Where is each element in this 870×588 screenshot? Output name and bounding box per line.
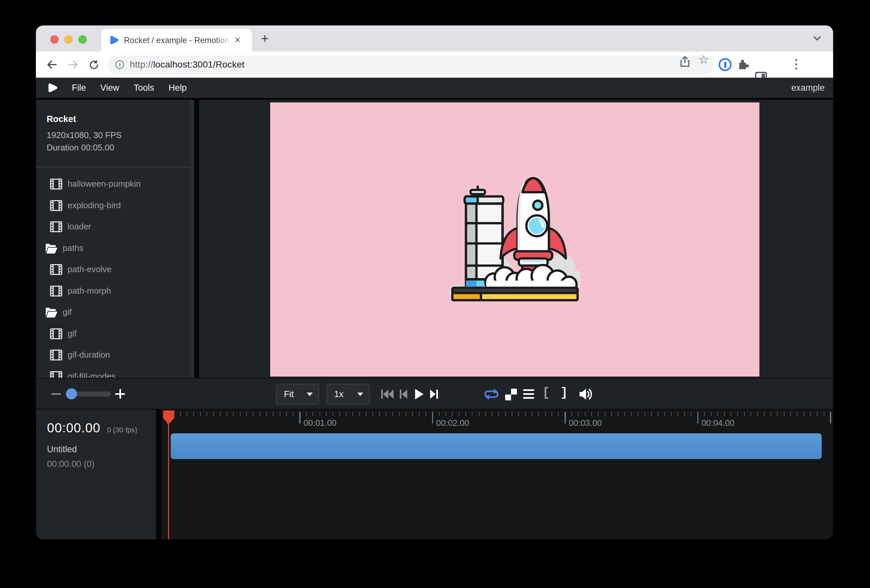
film-strip-icon bbox=[50, 328, 62, 339]
list-item-label: gif bbox=[63, 307, 72, 317]
track-time: 00:00.00 (0) bbox=[47, 459, 156, 469]
previous-frame-icon[interactable] bbox=[399, 388, 408, 400]
sequence-track-bar[interactable] bbox=[171, 433, 822, 459]
browser-tab[interactable]: Rocket / example - Remotion P ✕ bbox=[101, 29, 252, 52]
out-point-icon[interactable]: ] bbox=[560, 386, 568, 400]
tab-title: Rocket / example - Remotion P bbox=[124, 36, 232, 45]
browser-window: Rocket / example - Remotion P ✕ + i http… bbox=[36, 25, 833, 539]
sidebar-folder-paths[interactable]: paths bbox=[36, 238, 194, 259]
in-point-icon[interactable]: [ bbox=[542, 386, 550, 400]
film-strip-icon bbox=[50, 200, 62, 211]
minimize-window-button[interactable] bbox=[64, 35, 73, 44]
onepassword-icon[interactable] bbox=[719, 58, 731, 71]
sidebar-item-halloween-pumpkin[interactable]: halloween-pumpkin bbox=[36, 173, 194, 195]
volume-icon[interactable] bbox=[578, 387, 593, 401]
timeline-zoom-slider[interactable] bbox=[67, 392, 111, 396]
app-menu-bar: File View Tools Help example bbox=[36, 77, 833, 98]
project-label: example bbox=[791, 83, 825, 93]
url-text: http://localhost:3001/Rocket bbox=[130, 60, 244, 70]
main-area: Rocket 1920x1080, 30 FPS Duration 00:05.… bbox=[36, 98, 833, 378]
next-frame-icon[interactable] bbox=[429, 388, 439, 400]
menu-file[interactable]: File bbox=[72, 83, 86, 93]
tab-search-chevron-icon[interactable] bbox=[812, 35, 822, 42]
timeline-rows-icon[interactable] bbox=[523, 389, 534, 399]
list-item-label: exploding-bird bbox=[67, 200, 121, 210]
new-tab-button[interactable]: + bbox=[261, 33, 268, 45]
sidebar-item-path-evolve[interactable]: path-evolve bbox=[36, 259, 194, 280]
sidebar-divider bbox=[36, 167, 194, 167]
film-strip-icon bbox=[50, 179, 62, 190]
composition-info: Rocket 1920x1080, 30 FPS Duration 00:05.… bbox=[36, 100, 194, 154]
ruler-label: 00:01.00 bbox=[304, 418, 337, 428]
sidebar-item-exploding-bird[interactable]: exploding-bird bbox=[36, 195, 194, 216]
list-item-label: gif bbox=[67, 329, 76, 339]
composition-resolution: 1920x1080, 30 FPS bbox=[47, 129, 194, 141]
sidebar-scrollbar[interactable] bbox=[190, 100, 194, 378]
list-item-label: gif-fill-modes bbox=[67, 371, 116, 378]
folder-open-icon bbox=[45, 243, 58, 254]
sidebar-item-path-morph[interactable]: path-morph bbox=[36, 280, 194, 302]
chevron-down-icon bbox=[358, 393, 363, 396]
forward-icon[interactable] bbox=[67, 60, 79, 70]
skip-to-start-icon[interactable] bbox=[380, 388, 394, 400]
sidebar-item-gif-duration[interactable]: gif-duration bbox=[36, 344, 194, 366]
compositions-sidebar: Rocket 1920x1080, 30 FPS Duration 00:05.… bbox=[36, 100, 194, 378]
folder-open-icon bbox=[45, 307, 58, 318]
sidebar-item-gif-fill-modes[interactable]: gif-fill-modes bbox=[36, 366, 194, 378]
size-dropdown[interactable]: Fit bbox=[276, 384, 319, 405]
loop-icon[interactable] bbox=[484, 388, 499, 401]
tab-strip: Rocket / example - Remotion P ✕ + bbox=[36, 25, 833, 52]
rocket-illustration bbox=[450, 171, 580, 308]
size-dropdown-label: Fit bbox=[284, 389, 294, 399]
composition-name: Rocket bbox=[47, 114, 194, 124]
sidebar-item-gif[interactable]: gif bbox=[36, 323, 194, 345]
timeline-left-panel: 00:00.00 0 (30 fps) Untitled 00:00.00 (0… bbox=[36, 409, 156, 539]
zoom-in-icon[interactable] bbox=[115, 389, 125, 399]
extensions-puzzle-icon[interactable] bbox=[737, 58, 750, 71]
zoom-slider-knob[interactable] bbox=[66, 388, 77, 399]
film-strip-icon bbox=[50, 286, 62, 296]
url-bar[interactable]: i http://localhost:3001/Rocket bbox=[108, 55, 714, 74]
film-strip-icon bbox=[50, 371, 62, 378]
menu-tools[interactable]: Tools bbox=[134, 83, 154, 93]
film-strip-icon bbox=[50, 221, 62, 232]
zoom-out-icon[interactable] bbox=[51, 393, 61, 395]
close-window-button[interactable] bbox=[50, 35, 59, 44]
share-icon[interactable] bbox=[679, 56, 691, 67]
speed-dropdown-label: 1x bbox=[334, 389, 344, 399]
close-tab-icon[interactable]: ✕ bbox=[234, 36, 241, 45]
back-icon[interactable] bbox=[46, 60, 57, 70]
info-icon[interactable]: i bbox=[116, 60, 124, 69]
video-preview[interactable] bbox=[270, 103, 759, 377]
kebab-menu-icon[interactable] bbox=[795, 58, 797, 70]
list-item-label: paths bbox=[63, 243, 83, 253]
desktop: Rocket / example - Remotion P ✕ + i http… bbox=[0, 0, 870, 588]
list-item-label: gif-duration bbox=[67, 350, 110, 360]
film-strip-icon bbox=[50, 350, 62, 360]
composition-list: halloween-pumpkin exploding-bird loader … bbox=[36, 173, 194, 378]
remotion-logo bbox=[48, 83, 57, 93]
menu-help[interactable]: Help bbox=[169, 83, 187, 93]
playhead-line[interactable] bbox=[168, 411, 169, 539]
ruler-label: 00:04.00 bbox=[702, 418, 734, 428]
timeline: 00:00.00 0 (30 fps) Untitled 00:00.00 (0… bbox=[36, 409, 833, 539]
menu-view[interactable]: View bbox=[100, 83, 119, 93]
list-item-label: path-evolve bbox=[67, 264, 111, 274]
reload-icon[interactable] bbox=[89, 60, 99, 70]
ruler-label: 00:02.00 bbox=[436, 418, 469, 428]
sidebar-item-loader[interactable]: loader bbox=[36, 216, 194, 238]
speed-dropdown[interactable]: 1x bbox=[326, 384, 370, 405]
transparency-checkerboard-icon[interactable] bbox=[505, 389, 517, 400]
sidebar-folder-gif[interactable]: gif bbox=[36, 302, 194, 323]
play-icon[interactable] bbox=[414, 388, 424, 400]
remotion-favicon bbox=[110, 36, 119, 45]
zoom-window-button[interactable] bbox=[78, 35, 87, 44]
browser-toolbar: i http://localhost:3001/Rocket ☆ bbox=[36, 52, 833, 77]
panel-gap bbox=[194, 100, 199, 378]
list-item-label: halloween-pumpkin bbox=[67, 179, 141, 189]
player-toolbar: Fit 1x [ ] bbox=[36, 378, 833, 409]
composition-duration: Duration 00:05.00 bbox=[47, 141, 194, 154]
ruler-label: 00:03.00 bbox=[569, 418, 602, 428]
star-icon[interactable]: ☆ bbox=[698, 55, 709, 65]
timeline-track-area[interactable]: 00:01.0000:02.0000:03.0000:04.00 bbox=[162, 409, 833, 539]
